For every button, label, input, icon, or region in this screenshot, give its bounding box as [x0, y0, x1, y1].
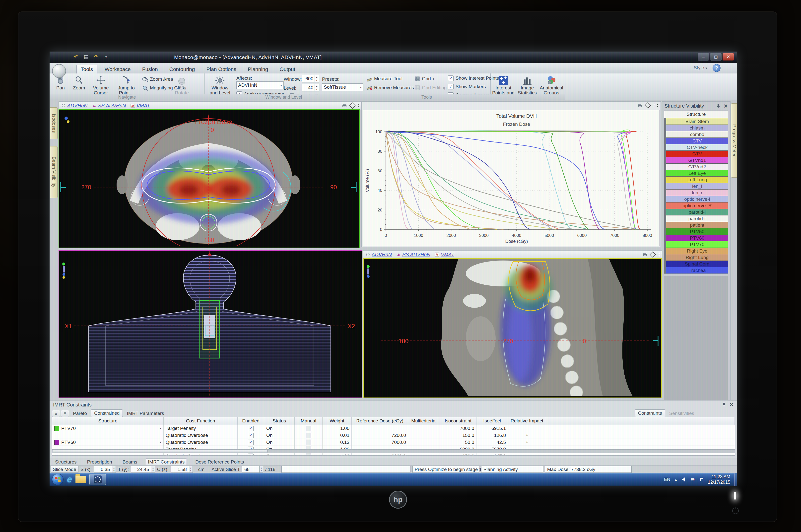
- save-icon[interactable]: ▤: [82, 54, 90, 60]
- tab-planning[interactable]: Planning: [244, 65, 272, 74]
- column-header-structure[interactable]: Structure: [52, 417, 164, 425]
- manual-cell[interactable]: [294, 439, 323, 445]
- reference-dose-cell[interactable]: 7200.0: [352, 432, 408, 439]
- structure-row-chiasm[interactable]: chiasm: [666, 125, 728, 131]
- show-markers-checkbox[interactable]: ✓ Show Markers: [448, 84, 486, 90]
- redo-icon[interactable]: ↷: [92, 54, 100, 60]
- isoconstraint-cell[interactable]: 50.0: [440, 439, 476, 445]
- structure-row-ctv-neck[interactable]: CTV-neck: [666, 144, 728, 150]
- power-button-icon[interactable]: [732, 508, 739, 514]
- spinner[interactable]: ▲▼: [314, 75, 319, 82]
- tab-constraints[interactable]: Constraints: [635, 410, 665, 417]
- structure-row-ptv60[interactable]: PTV60: [666, 235, 728, 241]
- enabled-checkbox[interactable]: ✓: [248, 433, 253, 438]
- tab-pareto[interactable]: Pareto: [70, 410, 90, 417]
- internet-explorer-icon[interactable]: e: [67, 474, 72, 485]
- structure-row-ctv[interactable]: CTV: [666, 137, 728, 144]
- close-button[interactable]: ✕: [723, 53, 734, 60]
- sagittal-viewport[interactable]: 180 270 0: [363, 258, 662, 398]
- axial-viewport[interactable]: Frozen Dose 0 270 90 180: [59, 109, 360, 248]
- enabled-cell[interactable]: ✓: [237, 425, 264, 432]
- column-header-isoeffect[interactable]: Isoeffect: [476, 417, 508, 425]
- structure-set-link[interactable]: SS ADVHnN: [396, 252, 431, 258]
- monaco-taskbar-button[interactable]: [90, 474, 106, 485]
- structure-row-left-eye[interactable]: Left Eye: [666, 170, 728, 176]
- structure-row-len-l[interactable]: len_l: [666, 183, 728, 189]
- spinner[interactable]: ▲▼: [189, 466, 193, 473]
- spinner[interactable]: ▲▼: [112, 466, 116, 473]
- structure-row-combo[interactable]: combo: [666, 131, 728, 137]
- spinner[interactable]: ▲▼: [314, 84, 319, 91]
- t-coordinate-field[interactable]: 24.45: [131, 466, 151, 473]
- active-slice-field[interactable]: 68: [242, 466, 260, 473]
- move-down-button[interactable]: ▼: [61, 410, 69, 417]
- dropdown-caret-icon[interactable]: ▾: [160, 426, 161, 430]
- tab-imrt-parameters[interactable]: IMRT Parameters: [124, 410, 167, 417]
- speaker-icon[interactable]: [682, 477, 686, 482]
- column-header-relative-impact[interactable]: Relative Impact: [508, 417, 546, 425]
- cost-function-cell[interactable]: Target Penalty: [164, 425, 237, 432]
- grid-button[interactable]: Grid ▾: [415, 76, 434, 81]
- pin-icon[interactable]: [717, 104, 720, 108]
- show-desktop-button[interactable]: [734, 473, 737, 486]
- remove-measures-button[interactable]: ✕ Remove Measures: [366, 85, 414, 90]
- explorer-folder-icon[interactable]: [75, 476, 86, 483]
- jump-to-point-button[interactable]: Jump to Point...: [114, 75, 139, 95]
- measure-tool-button[interactable]: Measure Tool: [366, 76, 402, 81]
- start-button[interactable]: [52, 474, 63, 485]
- show-hidden-icons-icon[interactable]: ▲: [674, 478, 678, 481]
- structure-row-brain-stem[interactable]: Brain Stem: [666, 118, 728, 125]
- move-up-button[interactable]: ▲: [52, 410, 60, 417]
- structure-row-trachea[interactable]: Trachea: [666, 267, 728, 273]
- tab-fusion[interactable]: Fusion: [138, 65, 162, 74]
- manual-cell[interactable]: [294, 425, 323, 432]
- diamond-icon[interactable]: [645, 102, 651, 108]
- close-icon[interactable]: ✕: [724, 103, 728, 109]
- column-header-isoconstraint[interactable]: Isoconstraint: [440, 417, 476, 425]
- structure-row-parotid-r[interactable]: parotid-r: [666, 215, 728, 222]
- print-icon[interactable]: [637, 103, 642, 107]
- sidebar-tab-isodoses[interactable]: Isodoses: [50, 107, 58, 139]
- structure-row-gtvnd2[interactable]: GTVnd2: [666, 164, 728, 170]
- plan-link[interactable]: ADVHnN: [61, 103, 88, 109]
- presets-dropdown[interactable]: SoftTissue▾: [322, 83, 363, 91]
- structure-row-optic-nerve-l[interactable]: optic nerve-l: [666, 196, 728, 202]
- plan-link[interactable]: ADVHnN: [366, 252, 392, 258]
- tab-plan-options[interactable]: Plan Options: [202, 65, 240, 74]
- manual-cell[interactable]: [294, 432, 323, 439]
- constraint-row[interactable]: PTV60▾Quadratic Overdose✓On0.127000.050.…: [52, 439, 735, 446]
- zoom-button[interactable]: Zoom: [71, 75, 88, 90]
- tab-structures[interactable]: Structures: [53, 459, 79, 465]
- tab-tools[interactable]: Tools: [76, 65, 97, 74]
- language-indicator[interactable]: EN: [664, 477, 670, 482]
- structure-set-link[interactable]: SS ADVHnN: [92, 103, 126, 109]
- weight-cell[interactable]: 1.00: [323, 425, 352, 432]
- spinner[interactable]: ▲▼: [260, 466, 263, 473]
- tab-dose-reference-points[interactable]: Dose Reference Points: [193, 459, 246, 465]
- cost-function-cell[interactable]: Quadratic Overdose: [164, 432, 237, 439]
- minimize-button[interactable]: –: [698, 53, 709, 60]
- column-header-reference-dose-cgy-[interactable]: Reference Dose (cGy): [352, 417, 408, 425]
- enabled-checkbox[interactable]: ✓: [248, 426, 253, 431]
- tab-workspace[interactable]: Workspace: [101, 65, 135, 74]
- s-coordinate-field[interactable]: 0.35: [94, 466, 112, 473]
- structure-row-optic-nerve-r[interactable]: optic nerve_R: [666, 202, 728, 209]
- print-icon[interactable]: [643, 252, 647, 256]
- manual-checkbox[interactable]: [306, 440, 311, 445]
- diamond-icon[interactable]: [650, 251, 656, 258]
- taskbar-clock[interactable]: 11:23 AM 12/17/2015: [708, 474, 730, 485]
- isoconstraint-cell[interactable]: 7000.0: [440, 425, 476, 432]
- structure-row-right-eye[interactable]: Right Eye: [666, 248, 728, 254]
- structure-row-left-lung[interactable]: Left Lung: [666, 176, 728, 183]
- style-menu[interactable]: Style ▾: [694, 65, 707, 71]
- weight-cell[interactable]: 0.01: [323, 432, 352, 439]
- undo-icon[interactable]: ↶: [73, 54, 80, 60]
- application-orb-button[interactable]: [52, 64, 66, 78]
- affects-dropdown[interactable]: ADVHnN▾: [236, 81, 284, 89]
- tab-output[interactable]: Output: [275, 65, 299, 74]
- spinner[interactable]: ▲▼: [151, 466, 155, 473]
- manual-checkbox[interactable]: [306, 433, 311, 438]
- column-header-status[interactable]: Status: [264, 417, 294, 425]
- enabled-cell[interactable]: ✓: [237, 432, 264, 439]
- window-level-button[interactable]: Window and Level: [207, 75, 233, 95]
